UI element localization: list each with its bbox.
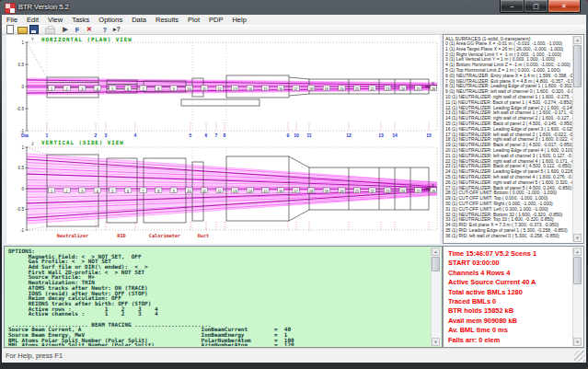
svg-text:22: 22 bbox=[370, 87, 374, 91]
stop-x-icon[interactable]: ✕ bbox=[84, 25, 95, 34]
svg-text:5: 5 bbox=[111, 87, 113, 91]
menu-tasks[interactable]: Tasks bbox=[67, 15, 94, 25]
run-status-line: Channels 4 Rows 4 bbox=[448, 269, 572, 278]
svg-text:21: 21 bbox=[355, 190, 359, 193]
open-file-icon[interactable] bbox=[17, 25, 28, 34]
svg-text:Duct: Duct bbox=[198, 233, 210, 238]
run-status-line: Falls arr: 0 elem bbox=[448, 336, 572, 345]
print-glyph bbox=[45, 28, 55, 34]
menu-help[interactable]: Help bbox=[227, 15, 250, 25]
svg-text:14: 14 bbox=[248, 190, 252, 193]
scrollbar-thumb[interactable] bbox=[432, 257, 440, 271]
new-file-glyph bbox=[6, 25, 14, 34]
svg-text:11: 11 bbox=[306, 133, 312, 138]
svg-text:HORIZONTAL (PLAN) VIEW: HORIZONTAL (PLAN) VIEW bbox=[41, 37, 133, 42]
context-help-icon[interactable]: ▸? bbox=[111, 25, 122, 34]
scroll-down-icon[interactable]: ▼ bbox=[432, 338, 440, 346]
svg-text:2: 2 bbox=[66, 190, 68, 193]
menu-pdp[interactable]: PDP bbox=[204, 15, 227, 25]
svg-text:20: 20 bbox=[340, 190, 343, 193]
resize-grip[interactable] bbox=[574, 351, 585, 362]
svg-text:17: 17 bbox=[294, 87, 297, 91]
scroll-down-icon[interactable]: ▼ bbox=[573, 234, 582, 242]
menu-results[interactable]: Results bbox=[151, 15, 183, 25]
svg-text:23: 23 bbox=[386, 190, 389, 193]
menu-view[interactable]: View bbox=[43, 15, 67, 25]
run-status-scrollbar[interactable]: ▲ ▼ bbox=[572, 248, 582, 346]
svg-text:17: 17 bbox=[294, 190, 297, 193]
svg-text:14: 14 bbox=[392, 133, 398, 138]
new-file-icon[interactable] bbox=[5, 25, 16, 34]
svg-text:10: 10 bbox=[294, 133, 299, 138]
svg-text:1: 1 bbox=[46, 133, 49, 138]
svg-text:13: 13 bbox=[378, 133, 384, 138]
svg-text:1: 1 bbox=[21, 145, 24, 150]
run-status-line: Total active BMLs 1280 bbox=[448, 288, 572, 297]
run-status-panel: Time 15:46:07 V5.2 Scens 1START 03:00:00… bbox=[443, 246, 584, 348]
about-help-icon[interactable]: ? bbox=[99, 25, 110, 34]
svg-text:12: 12 bbox=[217, 87, 221, 91]
svg-text:4: 4 bbox=[134, 133, 137, 138]
surface-row[interactable]: 36 (1) RID: left wall of channel 0 ( 5.3… bbox=[445, 234, 573, 239]
svg-text:18: 18 bbox=[309, 87, 313, 91]
svg-text:19: 19 bbox=[325, 87, 329, 91]
options-scrollbar[interactable]: ▲ ▼ bbox=[431, 248, 441, 346]
scroll-up-icon[interactable]: ▲ bbox=[573, 248, 582, 256]
run-status-line: Traced BMLs 0 bbox=[448, 297, 572, 306]
svg-text:16: 16 bbox=[279, 87, 282, 91]
svg-text:15: 15 bbox=[426, 133, 432, 138]
scrollbar-thumb[interactable] bbox=[573, 257, 582, 284]
title-bar[interactable]: BTR Version 5.2 – ▢ ✕ bbox=[0, 0, 588, 15]
svg-text:22: 22 bbox=[370, 190, 374, 193]
scroll-down-icon[interactable]: ▼ bbox=[573, 338, 582, 346]
svg-text:16: 16 bbox=[279, 190, 282, 193]
svg-text:8: 8 bbox=[224, 133, 226, 138]
svg-text:-1: -1 bbox=[20, 228, 25, 233]
options-line: BML Atoms Azimuth Split Number (Polar Sp… bbox=[8, 342, 431, 346]
svg-text:-0.5: -0.5 bbox=[17, 207, 24, 212]
run-status-line: Av. BML time 0 ms bbox=[448, 326, 572, 335]
scroll-up-icon[interactable]: ▲ bbox=[432, 248, 440, 256]
status-bar: For Help, press F1 bbox=[2, 348, 586, 363]
menu-plot[interactable]: Plot bbox=[183, 15, 204, 25]
status-bar-text: For Help, press F1 bbox=[6, 352, 63, 360]
svg-text:3: 3 bbox=[105, 133, 108, 138]
svg-text:RID: RID bbox=[117, 233, 125, 238]
menu-options[interactable]: Options bbox=[94, 15, 127, 25]
print-icon[interactable] bbox=[44, 25, 55, 34]
svg-text:5: 5 bbox=[111, 190, 113, 193]
svg-text:20: 20 bbox=[340, 87, 343, 91]
scroll-up-icon[interactable]: ▲ bbox=[573, 36, 582, 44]
menu-file[interactable]: File bbox=[2, 15, 22, 25]
plots-canvas[interactable]: HORIZONTAL (PLAN) VIEWVERTICAL (SIDE) VI… bbox=[6, 35, 440, 244]
window-title: BTR Version 5.2 bbox=[18, 3, 69, 11]
plan-view-components bbox=[27, 42, 429, 106]
surfaces-scrollbar[interactable]: ▲ ▼ bbox=[572, 36, 582, 242]
svg-text:Dia: Dia bbox=[21, 133, 29, 138]
svg-text:14: 14 bbox=[248, 87, 252, 91]
close-button[interactable]: ✕ bbox=[548, 0, 581, 13]
svg-text:13: 13 bbox=[233, 87, 236, 91]
svg-text:0.5: 0.5 bbox=[18, 166, 25, 170]
open-file-glyph bbox=[17, 27, 28, 34]
maximize-button[interactable]: ▢ bbox=[524, 0, 548, 13]
scrollbar-thumb[interactable] bbox=[573, 45, 582, 87]
svg-text:0: 0 bbox=[21, 85, 24, 89]
svg-text:7: 7 bbox=[215, 133, 218, 138]
svg-text:VERTICAL (SIDE) VIEW: VERTICAL (SIDE) VIEW bbox=[41, 140, 124, 145]
plots-panel: HORIZONTAL (PLAN) VIEWVERTICAL (SIDE) VI… bbox=[6, 35, 440, 244]
svg-text:7: 7 bbox=[143, 87, 144, 91]
svg-text:10: 10 bbox=[187, 190, 190, 193]
svg-text:6: 6 bbox=[127, 87, 129, 91]
save-file-icon[interactable] bbox=[29, 25, 40, 34]
menu-edit[interactable]: Edit bbox=[22, 15, 43, 25]
field-f-icon[interactable]: F bbox=[72, 25, 83, 34]
minimize-button[interactable]: – bbox=[500, 0, 525, 13]
svg-text:6: 6 bbox=[127, 190, 129, 193]
svg-text:26: 26 bbox=[432, 87, 435, 91]
menu-data[interactable]: Data bbox=[127, 15, 151, 25]
svg-text:4: 4 bbox=[97, 87, 98, 91]
run-icon[interactable]: ▶ bbox=[60, 25, 71, 34]
run-status-line: START 03:00:00 bbox=[448, 259, 572, 268]
svg-text:-0.5: -0.5 bbox=[17, 107, 24, 111]
